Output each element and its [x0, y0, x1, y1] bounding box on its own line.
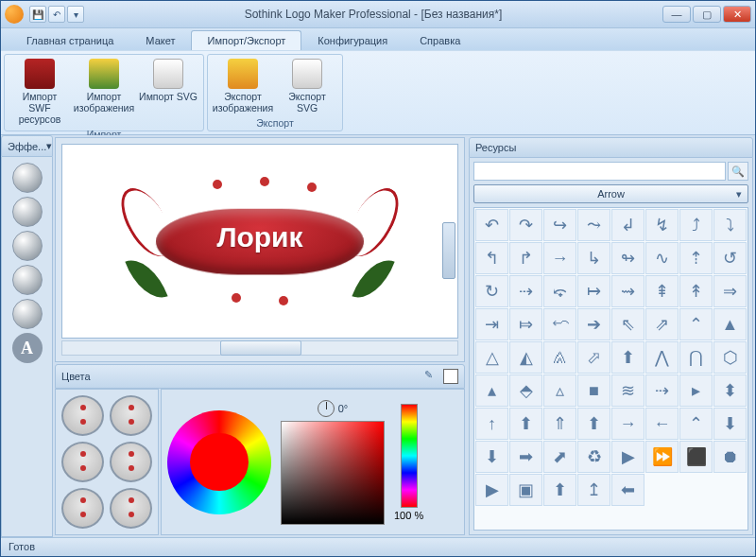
resource-arrow-32[interactable]: △: [475, 341, 508, 374]
qat-undo-icon[interactable]: ↶: [48, 6, 65, 23]
colors-panel-header[interactable]: Цвета ✎: [55, 364, 465, 389]
effect-preset-1[interactable]: [12, 163, 43, 193]
resource-arrow-65[interactable]: ▣: [509, 474, 542, 506]
resource-arrow-1[interactable]: ↷: [509, 209, 542, 241]
effect-preset-2[interactable]: [12, 197, 43, 227]
resources-panel-header[interactable]: Ресурсы: [469, 137, 753, 158]
resource-arrow-20[interactable]: ⇝: [611, 275, 644, 307]
resource-arrow-35[interactable]: ⬀: [577, 341, 610, 374]
eyedropper-icon[interactable]: ✎: [424, 369, 439, 384]
resource-arrow-40[interactable]: ▴: [475, 374, 508, 407]
tab-import-export[interactable]: Импорт/Экспорт: [191, 30, 301, 50]
close-button[interactable]: ✕: [723, 6, 751, 23]
resource-arrow-26[interactable]: ⬿: [543, 308, 576, 340]
resource-arrow-37[interactable]: ⋀: [645, 341, 679, 374]
resource-arrow-60[interactable]: ▶: [611, 441, 644, 473]
effect-text-button[interactable]: A: [12, 333, 43, 363]
resource-arrow-6[interactable]: ⤴: [679, 209, 713, 241]
resource-category-dropdown[interactable]: Arrow: [473, 184, 748, 203]
resource-arrow-53[interactable]: ←: [645, 408, 679, 440]
resource-arrow-12[interactable]: ↬: [611, 242, 644, 274]
effect-preset-5[interactable]: [12, 299, 43, 329]
resource-arrow-10[interactable]: →: [543, 242, 576, 274]
resource-arrow-27[interactable]: ➔: [577, 308, 610, 340]
minimize-button[interactable]: —: [662, 6, 691, 23]
scheme-preset-2[interactable]: [110, 395, 152, 436]
search-icon[interactable]: 🔍: [728, 162, 748, 181]
scheme-preset-5[interactable]: [61, 488, 104, 529]
scheme-preset-4[interactable]: [110, 442, 152, 482]
resource-search-input[interactable]: [473, 162, 726, 181]
resource-arrow-46[interactable]: ▸: [679, 374, 713, 407]
current-color-swatch[interactable]: [443, 369, 458, 384]
resource-arrow-66[interactable]: ⬆: [543, 474, 576, 506]
resource-arrow-13[interactable]: ∿: [645, 242, 679, 274]
color-wheel[interactable]: [167, 410, 271, 514]
resource-arrow-51[interactable]: ⬆: [577, 408, 610, 440]
resource-arrow-16[interactable]: ↻: [475, 275, 508, 307]
resource-arrow-5[interactable]: ↯: [645, 209, 679, 241]
resource-arrow-55[interactable]: ⬇: [713, 408, 747, 440]
angle-dial[interactable]: [318, 400, 335, 417]
resource-arrow-34[interactable]: ⩓: [543, 341, 576, 374]
resource-arrow-62[interactable]: ⬛: [679, 441, 713, 473]
resource-arrow-67[interactable]: ↥: [577, 474, 610, 506]
resource-arrow-21[interactable]: ⇞: [645, 275, 679, 307]
hue-slider[interactable]: [401, 404, 418, 508]
resource-arrow-7[interactable]: ⤵: [713, 209, 747, 241]
resource-arrow-47[interactable]: ⬍: [713, 374, 747, 407]
resource-arrow-64[interactable]: ▶: [475, 474, 508, 506]
canvas-hscroll[interactable]: [61, 340, 458, 356]
resource-arrow-14[interactable]: ⇡: [679, 242, 713, 274]
resource-arrow-28[interactable]: ⇖: [611, 308, 644, 340]
resource-arrow-19[interactable]: ↦: [577, 275, 610, 307]
resource-arrow-31[interactable]: ▲: [713, 308, 747, 340]
resource-arrow-41[interactable]: ⬘: [509, 374, 542, 407]
resource-arrow-30[interactable]: ⌃: [679, 308, 713, 340]
resource-arrow-52[interactable]: →: [611, 408, 644, 440]
effect-preset-4[interactable]: [12, 265, 43, 295]
resource-arrow-3[interactable]: ⤳: [577, 209, 610, 241]
resource-arrow-48[interactable]: ↑: [475, 408, 508, 440]
resource-arrow-2[interactable]: ↪: [543, 209, 576, 241]
resource-arrow-39[interactable]: ⬡: [713, 341, 747, 374]
export-svg-button[interactable]: Экспорт SVG: [276, 57, 338, 115]
resource-arrow-44[interactable]: ≋: [611, 374, 644, 407]
resource-arrow-36[interactable]: ⬆: [611, 341, 644, 374]
resource-arrow-42[interactable]: ▵: [543, 374, 576, 407]
resource-arrow-11[interactable]: ↳: [577, 242, 610, 274]
scheme-preset-1[interactable]: [61, 395, 104, 436]
qat-save-icon[interactable]: 💾: [29, 6, 46, 23]
resource-arrow-23[interactable]: ⇒: [713, 275, 747, 307]
resource-arrow-8[interactable]: ↰: [475, 242, 508, 274]
resource-arrow-17[interactable]: ⇢: [509, 275, 542, 307]
resource-arrow-9[interactable]: ↱: [509, 242, 542, 274]
resource-arrow-61[interactable]: ⏩: [645, 441, 679, 473]
tab-config[interactable]: Конфигурация: [301, 30, 404, 50]
logo-artwork[interactable]: Лорик: [137, 175, 383, 307]
resource-arrow-24[interactable]: ⇥: [475, 308, 508, 340]
resource-arrow-50[interactable]: ⇑: [543, 408, 576, 440]
resource-arrow-4[interactable]: ↲: [611, 209, 644, 241]
resource-arrow-15[interactable]: ↺: [713, 242, 747, 274]
resource-arrow-22[interactable]: ↟: [679, 275, 713, 307]
app-icon[interactable]: [5, 5, 24, 24]
resource-arrow-33[interactable]: ◭: [509, 341, 542, 374]
import-image-button[interactable]: Импорт изображения: [73, 57, 135, 127]
resource-arrow-0[interactable]: ↶: [475, 209, 508, 241]
canvas-vscroll[interactable]: [442, 222, 455, 279]
sat-val-picker[interactable]: [281, 421, 385, 525]
qat-dropdown-icon[interactable]: ▾: [67, 6, 84, 23]
import-svg-button[interactable]: Импорт SVG: [137, 57, 199, 127]
resource-arrow-25[interactable]: ⤇: [509, 308, 542, 340]
resource-arrow-63[interactable]: ⏺: [713, 441, 747, 473]
maximize-button[interactable]: ▢: [693, 6, 721, 23]
resource-arrow-43[interactable]: ■: [577, 374, 610, 407]
tab-help[interactable]: Справка: [404, 30, 476, 50]
import-swf-button[interactable]: Импорт SWF ресурсов: [9, 57, 71, 127]
resource-arrow-49[interactable]: ⬆: [509, 408, 542, 440]
resource-arrow-59[interactable]: ♻: [577, 441, 610, 473]
scheme-preset-6[interactable]: [110, 488, 152, 529]
resource-arrow-29[interactable]: ⇗: [645, 308, 679, 340]
tab-layout[interactable]: Макет: [129, 30, 191, 50]
